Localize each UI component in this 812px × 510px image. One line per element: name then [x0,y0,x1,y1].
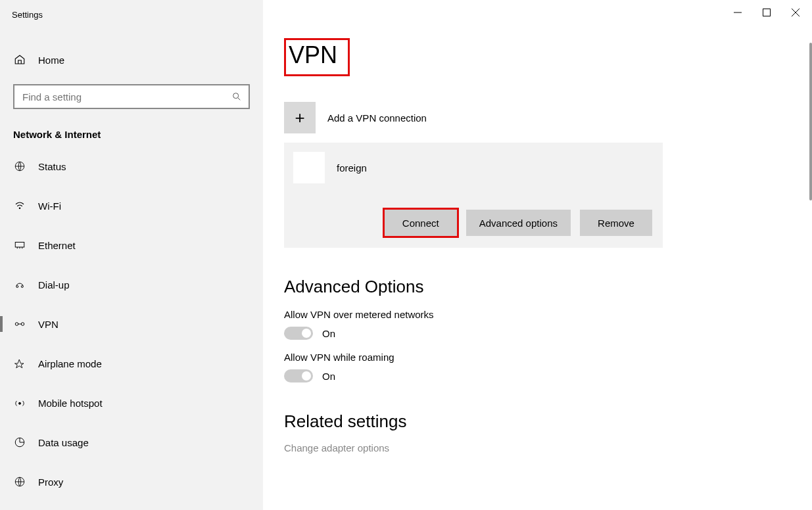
sidebar-item-label: Data usage [38,437,89,448]
sidebar-item-proxy[interactable]: Proxy [0,462,263,501]
option-label: Allow VPN over metered networks [284,309,812,320]
search-input[interactable] [21,91,231,103]
svg-point-2 [19,208,20,209]
home-icon [13,54,26,66]
sidebar-item-vpn[interactable]: VPN [0,304,263,344]
nav-home[interactable]: Home [0,47,263,72]
vpn-icon [13,318,26,330]
nav-home-label: Home [38,55,64,66]
sidebar-item-airplane[interactable]: Airplane mode [0,344,263,383]
sidebar-item-label: Dial-up [38,279,70,290]
data-usage-icon [13,436,26,448]
advanced-options-button[interactable]: Advanced options [466,210,571,236]
connect-button[interactable]: Connect [385,210,457,236]
sidebar-item-wifi[interactable]: Wi-Fi [0,186,263,225]
toggle-roaming[interactable] [284,369,313,382]
vpn-action-row: Connect Advanced options Remove [293,210,654,236]
wifi-icon [13,200,26,212]
link-change-adapter-options[interactable]: Change adapter options [284,442,812,453]
maximize-button[interactable] [762,8,771,17]
sidebar-item-hotspot[interactable]: Mobile hotspot [0,383,263,423]
sidebar-item-dialup[interactable]: Dial-up [0,265,263,304]
vpn-connection-icon [293,152,325,183]
svg-point-5 [21,286,23,288]
add-vpn-connection[interactable]: + Add a VPN connection [284,102,812,133]
option-label: Allow VPN while roaming [284,352,812,363]
search-box[interactable] [13,84,250,109]
sidebar-item-label: VPN [38,319,59,330]
sidebar-item-label: Airplane mode [38,358,102,369]
option-metered: Allow VPN over metered networks On [284,309,812,340]
sidebar-section-label: Network & Internet [13,129,250,140]
close-button[interactable] [791,8,800,17]
sidebar: Settings Home Network & Internet Status … [0,0,263,510]
globe-icon [13,160,26,172]
proxy-icon [13,476,26,488]
sidebar-item-label: Mobile hotspot [38,398,103,409]
ethernet-icon [13,239,26,251]
sidebar-item-datausage[interactable]: Data usage [0,423,263,462]
sidebar-item-label: Status [38,161,66,172]
main-content: VPN + Add a VPN connection foreign Conne… [263,0,812,510]
window-controls [733,8,800,17]
hotspot-icon [13,397,26,409]
svg-rect-3 [15,243,24,248]
svg-rect-11 [763,9,771,16]
toggle-state: On [322,371,335,382]
search-icon [231,91,242,102]
toggle-metered[interactable] [284,327,313,340]
toggle-state: On [322,328,335,339]
svg-point-8 [19,402,21,404]
sidebar-item-label: Wi-Fi [38,200,61,212]
option-roaming: Allow VPN while roaming On [284,352,812,382]
minimize-button[interactable] [733,8,742,17]
scrollbar[interactable] [809,43,812,200]
dialup-icon [13,279,26,290]
sidebar-item-ethernet[interactable]: Ethernet [0,225,263,265]
page-title: VPN [284,38,350,76]
vpn-connection-card[interactable]: foreign Connect Advanced options Remove [284,143,663,248]
airplane-icon [13,358,26,369]
related-settings-heading: Related settings [284,411,812,432]
svg-point-0 [233,93,239,99]
advanced-options-heading: Advanced Options [284,277,812,297]
vpn-connection-name: foreign [337,162,367,174]
sidebar-item-label: Ethernet [38,240,76,251]
vpn-connection-header: foreign [293,152,654,183]
sidebar-item-status[interactable]: Status [0,147,263,186]
add-vpn-label: Add a VPN connection [327,112,427,124]
window-title: Settings [0,10,263,20]
svg-point-4 [16,286,18,288]
svg-point-7 [21,323,24,326]
remove-button[interactable]: Remove [580,210,652,236]
svg-point-6 [15,323,18,326]
plus-icon: + [284,102,316,133]
sidebar-item-label: Proxy [38,476,63,488]
